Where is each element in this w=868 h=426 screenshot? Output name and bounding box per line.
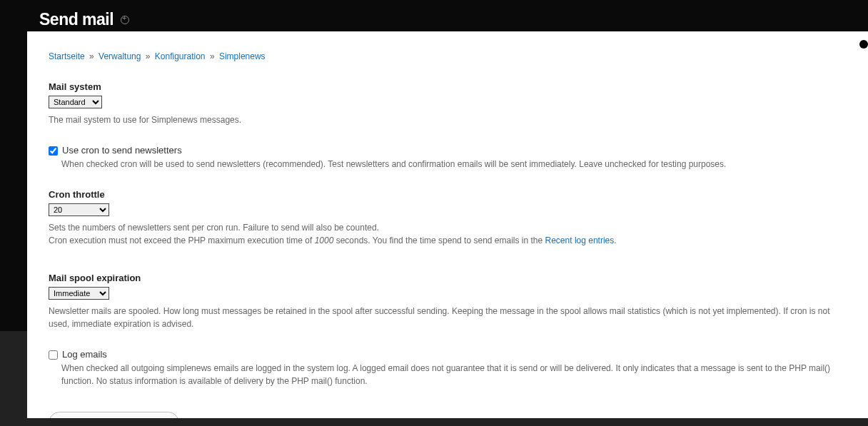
use-cron-section: Use cron to send newsletters When checke… [49,145,847,171]
overlay-content: Startseite » Verwaltung » Konfiguration … [27,31,868,418]
breadcrumb-sep: » [89,51,94,61]
breadcrumb-link[interactable]: Konfiguration [155,51,206,61]
log-emails-checkbox[interactable] [49,350,58,360]
breadcrumb: Startseite » Verwaltung » Konfiguration … [49,51,847,61]
use-cron-label: Use cron to send newsletters [62,145,182,156]
mail-spool-desc: Newsletter mails are spooled. How long m… [49,305,847,330]
page-title: Send mail [39,10,113,29]
use-cron-desc: When checked cron will be used to send n… [61,158,847,171]
log-emails-label: Log emails [62,349,107,360]
mail-system-desc: The mail system to use for Simplenews me… [49,113,847,126]
cron-throttle-label: Cron throttle [49,189,847,200]
breadcrumb-sep: » [146,51,151,61]
mail-system-select[interactable]: Standard [49,96,102,108]
cron-throttle-section: Cron throttle 20 Sets the numbers of new… [49,189,847,247]
mail-spool-select[interactable]: Immediate [49,287,109,300]
mail-system-label: Mail system [49,81,847,92]
breadcrumb-link[interactable]: Simplenews [219,51,266,61]
recent-log-link[interactable]: Recent log entries [545,235,615,245]
use-cron-checkbox[interactable] [49,146,58,156]
mail-system-section: Mail system Standard The mail system to … [49,81,847,126]
breadcrumb-link[interactable]: Startseite [49,51,85,61]
log-emails-section: Log emails When checked all outgoing sim… [49,349,847,387]
mail-spool-label: Mail spool expiration [49,273,847,283]
close-icon[interactable] [859,40,868,49]
cron-throttle-select[interactable]: 20 [49,203,109,216]
save-config-button[interactable]: Konfiguration speichern [49,412,179,418]
cron-throttle-desc: Sets the numbers of newsletters sent per… [49,221,847,247]
breadcrumb-link[interactable]: Verwaltung [99,51,141,61]
breadcrumb-sep: » [210,51,215,61]
gear-icon[interactable] [121,16,129,24]
mail-spool-section: Mail spool expiration Immediate Newslett… [49,273,847,330]
log-emails-desc: When checked all outgoing simplenews ema… [61,362,847,387]
